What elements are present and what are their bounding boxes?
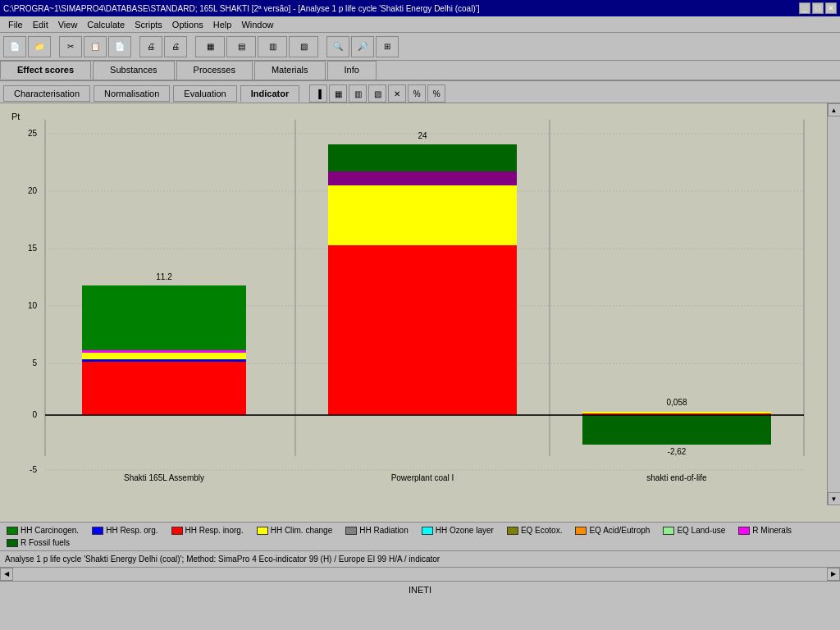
menu-scripts[interactable]: Scripts (130, 18, 167, 31)
chart-toolbar: ▐ ▦ ▥ ▧ ✕ % % (309, 84, 445, 103)
toolbar-print2[interactable]: 🖨 (164, 36, 187, 57)
chart-grouped-btn[interactable]: ▧ (368, 84, 386, 103)
close-button[interactable]: ✕ (825, 2, 837, 14)
toolbar: 📄 📁 ✂ 📋 📄 🖨 🖨 ▦ ▤ ▥ ▧ 🔍 🔎 ⊞ (0, 33, 840, 61)
toolbar-copy[interactable]: 📋 (84, 36, 107, 57)
chart-table-btn[interactable]: ▦ (329, 84, 347, 103)
tab-evaluation[interactable]: Evaluation (173, 85, 236, 102)
legend-eq-land: EQ Land-use (663, 526, 725, 535)
chart-opt1[interactable]: ✕ (388, 84, 406, 103)
bar1-green (82, 285, 246, 350)
legend-hh-carcinogen: HH Carcinogen. (7, 526, 79, 535)
hscroll-left[interactable]: ◀ (0, 568, 13, 581)
legend-label-hh-resp-org: HH Resp. org. (106, 526, 158, 535)
menu-view[interactable]: View (53, 18, 83, 31)
window-title: C:\PROGRA~1\SIMAPRO4\DATABASE\STANDARD; … (3, 4, 479, 13)
bar3-label: shakti end-of-life (646, 473, 707, 482)
legend-label-r-fossil: R Fossil fuels (21, 538, 70, 547)
toolbar-open[interactable]: 📁 (28, 36, 51, 57)
sub-tabs: Characterisation Normalisation Evaluatio… (0, 81, 840, 103)
menu-window[interactable]: Window (236, 18, 278, 31)
legend-color-hh-radiation (345, 527, 357, 535)
legend-hh-radiation: HH Radiation (345, 526, 408, 535)
legend-label-eq-ecotox: EQ Ecotox. (521, 526, 563, 535)
tab-characterisation[interactable]: Characterisation (3, 85, 90, 102)
tab-indicator[interactable]: Indicator (240, 85, 299, 103)
menu-file[interactable]: File (3, 18, 28, 31)
bar1-label: Shakti 165L Assembly (124, 473, 204, 482)
legend-hh-clim-change: HH Clim. change (257, 526, 333, 535)
hscroll-right[interactable]: ▶ (827, 568, 840, 581)
legend-label-hh-radiation: HH Radiation (359, 526, 408, 535)
toolbar-zoom-out[interactable]: 🔎 (351, 36, 374, 57)
legend-label-hh-carcinogen: HH Carcinogen. (21, 526, 79, 535)
scroll-down-btn[interactable]: ▼ (828, 492, 841, 505)
toolbar-btn7[interactable]: ▥ (258, 36, 287, 57)
tab-normalisation[interactable]: Normalisation (94, 85, 170, 102)
toolbar-zoom-fit[interactable]: ⊞ (376, 36, 399, 57)
tab-substances[interactable]: Substances (93, 61, 174, 80)
chart-bar-btn[interactable]: ▐ (309, 84, 327, 103)
tab-info[interactable]: Info (327, 61, 377, 80)
legend-eq-acid: EQ Acid/Eutroph (575, 526, 650, 535)
menu-bar: File Edit View Calculate Scripts Options… (0, 16, 840, 33)
legend-color-eq-ecotox (507, 527, 518, 535)
bar1-red (82, 362, 246, 415)
chart-svg: Pt 25 20 15 10 5 0 -5 (0, 103, 827, 505)
legend-r-minerals: R Minerals (738, 526, 792, 535)
toolbar-zoom-in[interactable]: 🔍 (326, 36, 349, 57)
legend-label-eq-land: EQ Land-use (677, 526, 725, 535)
y-tick-0: 0 (32, 410, 37, 419)
menu-options[interactable]: Options (167, 18, 208, 31)
legend-hh-resp-inorg: HH Resp. inorg. (171, 526, 244, 535)
bar2-total-label: 24 (418, 131, 427, 140)
bar3-pos-label: 0,058 (666, 398, 687, 407)
scrollbar[interactable]: ▲ ▼ (827, 103, 840, 505)
bar2-red (328, 245, 517, 415)
legend-label-hh-clim-change: HH Clim. change (271, 526, 333, 535)
toolbar-print[interactable]: 🖨 (139, 36, 162, 57)
menu-help[interactable]: Help (208, 18, 237, 31)
toolbar-btn5[interactable]: ▦ (195, 36, 225, 57)
bar2-purple (328, 171, 517, 185)
toolbar-paste[interactable]: 📄 (108, 36, 131, 57)
legend-label-eq-acid: EQ Acid/Eutroph (589, 526, 650, 535)
legend-color-eq-acid (575, 527, 587, 535)
legend-r-fossil: R Fossil fuels (7, 538, 70, 547)
toolbar-btn6[interactable]: ▤ (226, 36, 256, 57)
legend: HH Carcinogen. HH Resp. org. HH Resp. in… (0, 522, 840, 550)
bar2-label: Powerplant coal I (391, 473, 454, 482)
bar3-neg-green (582, 415, 771, 445)
bar1-yellow (82, 353, 246, 359)
chart-stacked-btn[interactable]: ▥ (349, 84, 367, 103)
legend-color-hh-resp-inorg (171, 527, 183, 535)
y-tick-20: 20 (28, 186, 38, 195)
tab-materials[interactable]: Materials (254, 61, 326, 80)
window-controls[interactable]: _ □ ✕ (799, 2, 837, 14)
legend-color-hh-carcinogen (7, 527, 18, 535)
menu-calculate[interactable]: Calculate (82, 18, 130, 31)
tab-processes[interactable]: Processes (176, 61, 253, 80)
main-content: Pt 25 20 15 10 5 0 -5 (0, 103, 840, 522)
toolbar-btn8[interactable]: ▧ (289, 36, 318, 57)
toolbar-cut[interactable]: ✂ (59, 36, 82, 57)
status-text: Analyse 1 p life cycle 'Shakti Energy De… (5, 555, 440, 564)
legend-color-hh-resp-org (92, 527, 103, 535)
scroll-up-btn[interactable]: ▲ (828, 103, 841, 116)
bar1-magenta (82, 350, 246, 353)
tab-effect-scores[interactable]: Effect scores (0, 61, 91, 80)
menu-edit[interactable]: Edit (28, 18, 53, 31)
legend-color-eq-land (663, 527, 674, 535)
bottom-text: INETI (409, 585, 431, 595)
chart-opt3[interactable]: % (427, 84, 445, 103)
bar2-yellow (328, 185, 517, 245)
chart-opt2[interactable]: % (408, 84, 426, 103)
legend-hh-resp-org: HH Resp. org. (92, 526, 158, 535)
minimize-button[interactable]: _ (799, 2, 810, 14)
title-bar: C:\PROGRA~1\SIMAPRO4\DATABASE\STANDARD; … (0, 0, 840, 16)
h-scrollbar[interactable]: ◀ ▶ (0, 567, 840, 580)
bar1-total-label: 11.2 (156, 272, 172, 281)
y-tick-15: 15 (28, 244, 38, 253)
toolbar-new[interactable]: 📄 (3, 36, 26, 57)
maximize-button[interactable]: □ (812, 2, 824, 14)
